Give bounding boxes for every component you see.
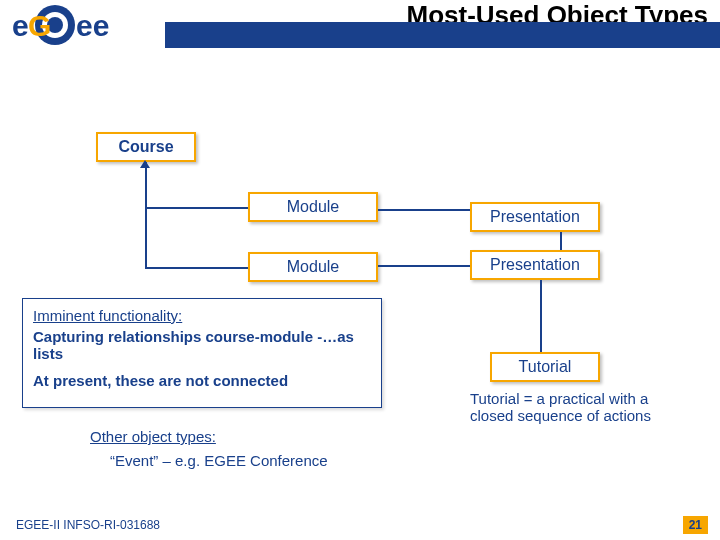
note-box: Imminent functionality: Capturing relati… <box>22 298 382 408</box>
connector <box>378 209 470 211</box>
svg-text:e: e <box>12 9 29 42</box>
title-bar: Enabling Grids for E-sciencE <box>165 22 720 48</box>
connector <box>145 267 248 269</box>
note-heading: Imminent functionality: <box>33 307 371 324</box>
box-module-1: Module <box>248 192 378 222</box>
connector <box>540 280 542 352</box>
header: e ee G Most-Used Object Types Enabling G… <box>0 0 720 52</box>
box-presentation-2: Presentation <box>470 250 600 280</box>
box-tutorial: Tutorial <box>490 352 600 382</box>
connector <box>145 207 248 209</box>
note-line-1: Capturing relationships course-module -…… <box>33 328 371 362</box>
connector <box>145 162 147 267</box>
connector <box>378 265 470 267</box>
box-course: Course <box>96 132 196 162</box>
tutorial-description: Tutorial = a practical with a closed seq… <box>470 390 670 424</box>
svg-text:G: G <box>28 9 51 42</box>
page-number: 21 <box>683 516 708 534</box>
connector <box>560 232 562 250</box>
svg-text:ee: ee <box>76 9 109 42</box>
box-presentation-1: Presentation <box>470 202 600 232</box>
other-types-example: “Event” – e.g. EGEE Conference <box>110 452 328 469</box>
note-line-2: At present, these are not connected <box>33 372 371 389</box>
box-module-2: Module <box>248 252 378 282</box>
footer-left: EGEE-II INFSO-RI-031688 <box>16 518 160 532</box>
other-types-heading: Other object types: <box>90 428 216 445</box>
slide-body: Course Module Module Presentation Presen… <box>0 52 720 540</box>
arrow-up-icon <box>140 160 150 168</box>
egee-logo: e ee G <box>10 4 160 46</box>
